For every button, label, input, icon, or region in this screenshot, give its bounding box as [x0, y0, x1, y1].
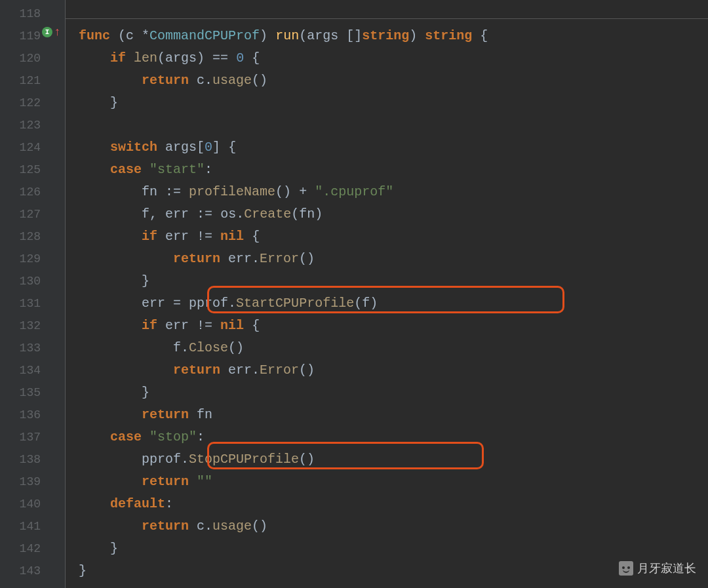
receiver-c: c — [197, 73, 205, 88]
code-line-135[interactable]: } — [79, 382, 708, 404]
code-line-129[interactable]: return err.Error() — [79, 248, 708, 270]
code-line-136[interactable]: return fn — [79, 404, 708, 426]
code-line-127[interactable]: f, err := os.Create(fn) — [79, 203, 708, 225]
watermark-text: 月牙寂道长 — [637, 560, 696, 576]
line-number[interactable]: 136 — [0, 404, 66, 426]
code-line-119[interactable]: func (c *CommandCPUProf) run(args []stri… — [79, 25, 708, 47]
code-line-118[interactable] — [79, 3, 708, 25]
arg-f: f — [362, 296, 370, 311]
code-line-126[interactable]: fn := profileName() + ".cpuprof" — [79, 181, 708, 203]
op-short-decl: := — [165, 184, 181, 199]
code-line-120[interactable]: if len(args) == 0 { — [79, 47, 708, 69]
code-line-133[interactable]: f.Close() — [79, 337, 708, 359]
brace-close: } — [110, 95, 118, 110]
keyword-if: if — [110, 50, 126, 66]
code-area[interactable]: func (c *CommandCPUProf) run(args []stri… — [66, 0, 708, 588]
code-line-123[interactable] — [79, 114, 708, 136]
call-StopCPUProfile: StopCPUProfile — [189, 452, 299, 467]
string-stop: "stop" — [149, 429, 197, 444]
var-err: err — [142, 296, 165, 311]
line-number[interactable]: 126 — [0, 181, 66, 203]
line-number[interactable]: 134 — [0, 359, 66, 382]
keyword-case: case — [110, 429, 142, 444]
var-err: err — [165, 206, 189, 222]
gutter-method-marker[interactable]: I ↑ — [42, 26, 61, 38]
parens: () — [252, 519, 267, 534]
param-args: args — [307, 28, 338, 43]
pkg-os: os — [220, 206, 236, 222]
keyword-return: return — [142, 407, 189, 422]
line-number[interactable]: 133 — [0, 337, 66, 359]
var-f: f — [173, 340, 181, 355]
line-number[interactable]: 122 — [0, 92, 66, 114]
keyword-return: return — [142, 519, 189, 534]
line-number[interactable]: 143 — [0, 560, 66, 582]
watermark: 月牙寂道长 — [619, 560, 696, 576]
code-line-137[interactable]: case "stop": — [79, 426, 708, 448]
line-number[interactable]: 140 — [0, 493, 66, 515]
code-line-143[interactable]: } — [79, 560, 708, 582]
line-number[interactable]: 138 — [0, 448, 66, 471]
code-line-125[interactable]: case "start": — [79, 159, 708, 181]
op-ne: != — [197, 318, 212, 333]
brace-open: { — [480, 28, 488, 43]
line-number[interactable]: 128 — [0, 225, 66, 248]
line-number[interactable]: 139 — [0, 471, 66, 493]
literal-zero: 0 — [236, 50, 244, 66]
line-number[interactable]: 141 — [0, 515, 66, 538]
type-string: string — [362, 28, 409, 43]
code-line-134[interactable]: return err.Error() — [79, 359, 708, 382]
line-number[interactable]: 129 — [0, 248, 66, 270]
colon: : — [205, 162, 212, 177]
code-line-139[interactable]: return "" — [79, 471, 708, 493]
line-number[interactable]: 118 — [0, 3, 66, 25]
parens: () — [299, 251, 315, 266]
line-number[interactable]: 121 — [0, 69, 66, 92]
string-empty: "" — [197, 474, 212, 489]
var-f: f — [142, 206, 149, 222]
code-line-142[interactable]: } — [79, 538, 708, 560]
code-line-128[interactable]: if err != nil { — [79, 225, 708, 248]
line-number[interactable]: 120 — [0, 47, 66, 69]
line-number[interactable]: 132 — [0, 315, 66, 337]
line-number[interactable]: 123 — [0, 114, 66, 136]
pkg-pprof: pprof — [189, 296, 228, 311]
parens: () — [275, 184, 291, 199]
receiver-var: c — [126, 28, 134, 43]
line-number[interactable]: 130 — [0, 270, 66, 292]
bracket-close: ] — [212, 140, 220, 155]
parens: () — [252, 73, 267, 88]
code-editor: I ↑ 118 119 120 121 122 123 124 125 126 … — [0, 0, 708, 588]
code-line-141[interactable]: return c.usage() — [79, 515, 708, 538]
keyword-default: default — [110, 496, 165, 511]
code-line-122[interactable]: } — [79, 92, 708, 114]
code-line-124[interactable]: switch args[0] { — [79, 136, 708, 159]
line-number[interactable]: 131 — [0, 292, 66, 315]
op-ne: != — [197, 229, 212, 244]
line-number[interactable]: 127 — [0, 203, 66, 225]
line-number[interactable]: 135 — [0, 382, 66, 404]
colon: : — [165, 496, 173, 511]
brace-open: { — [252, 50, 260, 66]
line-number[interactable]: 124 — [0, 136, 66, 159]
op-eq: == — [212, 50, 228, 66]
line-number[interactable]: 137 — [0, 426, 66, 448]
line-number[interactable]: 125 — [0, 159, 66, 181]
line-number[interactable]: 142 — [0, 538, 66, 560]
var-err: err — [165, 229, 189, 244]
code-line-121[interactable]: return c.usage() — [79, 69, 708, 92]
code-line-130[interactable]: } — [79, 270, 708, 292]
method-usage: usage — [212, 519, 252, 534]
code-line-140[interactable]: default: — [79, 493, 708, 515]
keyword-func: func — [79, 28, 110, 43]
var-fn: fn — [142, 184, 157, 199]
code-line-132[interactable]: if err != nil { — [79, 315, 708, 337]
call-Create: Create — [244, 206, 291, 222]
slice-brackets: [] — [346, 28, 362, 43]
index-zero: 0 — [205, 140, 212, 155]
code-line-131[interactable]: err = pprof.StartCPUProfile(f) — [79, 292, 708, 315]
code-line-138[interactable]: pprof.StopCPUProfile() — [79, 448, 708, 471]
wechat-icon — [619, 561, 633, 576]
parens: () — [228, 340, 244, 355]
keyword-if: if — [142, 318, 157, 333]
